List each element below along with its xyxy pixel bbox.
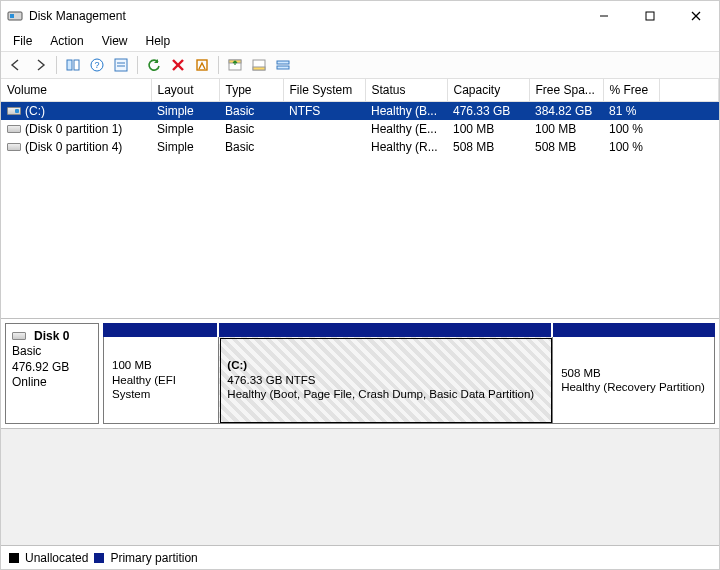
disk-icon (12, 332, 26, 340)
menu-view[interactable]: View (94, 32, 136, 50)
minimize-button[interactable] (581, 1, 627, 31)
partition-box[interactable]: 508 MBHealthy (Recovery Partition) (553, 337, 715, 424)
legend-primary: Primary partition (110, 551, 197, 565)
volume-status: Healthy (R... (371, 140, 438, 154)
partition-line1: 476.33 GB NTFS (227, 373, 544, 387)
bottom-list-button[interactable] (248, 54, 270, 76)
volume-name: (C:) (25, 104, 45, 118)
forward-button[interactable] (29, 54, 51, 76)
volume-type: Basic (225, 140, 254, 154)
table-header-row: Volume Layout Type File System Status Ca… (1, 79, 719, 101)
partition-line2: Healthy (EFI System (112, 373, 210, 402)
partition-line1: 100 MB (112, 358, 210, 372)
partition-box[interactable]: (C:)476.33 GB NTFSHealthy (Boot, Page Fi… (219, 337, 553, 424)
volume-layout: Simple (157, 122, 194, 136)
disk-size: 476.92 GB (12, 360, 92, 374)
partition-line2: Healthy (Boot, Page File, Crash Dump, Ba… (227, 387, 544, 401)
partition-stripe (103, 323, 715, 337)
volume-pct: 81 % (609, 104, 636, 118)
delete-button[interactable] (167, 54, 189, 76)
volume-capacity: 100 MB (453, 122, 494, 136)
drive-icon (7, 143, 21, 151)
partition-strip: 100 MBHealthy (EFI System(C:)476.33 GB N… (103, 323, 715, 424)
empty-area (1, 429, 719, 545)
svg-rect-19 (253, 67, 265, 70)
graphical-view-button[interactable] (272, 54, 294, 76)
volume-layout: Simple (157, 140, 194, 154)
col-pctfree[interactable]: % Free (603, 79, 659, 101)
legend-bar: Unallocated Primary partition (1, 545, 719, 569)
svg-rect-21 (277, 66, 289, 69)
volume-type: Basic (225, 122, 254, 136)
disk-state: Online (12, 375, 92, 389)
drive-icon (7, 107, 21, 115)
close-button[interactable] (673, 1, 719, 31)
legend-unallocated: Unallocated (25, 551, 88, 565)
partition-title: (C:) (227, 358, 544, 372)
disk-label: Disk 0 (34, 329, 69, 343)
volume-capacity: 476.33 GB (453, 104, 510, 118)
col-type[interactable]: Type (219, 79, 283, 101)
volume-layout: Simple (157, 104, 194, 118)
volume-status: Healthy (B... (371, 104, 437, 118)
svg-text:?: ? (94, 60, 99, 70)
legend-swatch-unallocated (9, 553, 19, 563)
volume-pct: 100 % (609, 122, 643, 136)
settings-button[interactable] (110, 54, 132, 76)
menu-action[interactable]: Action (42, 32, 91, 50)
disk-map-pane: Disk 0 Basic 476.92 GB Online 100 MBHeal… (1, 319, 719, 429)
table-row[interactable]: (Disk 0 partition 1)SimpleBasicHealthy (… (1, 120, 719, 138)
volume-free: 100 MB (535, 122, 576, 136)
svg-rect-7 (74, 60, 79, 70)
volume-name: (Disk 0 partition 1) (25, 122, 122, 136)
volume-table: Volume Layout Type File System Status Ca… (1, 79, 719, 156)
partition-line2: Healthy (Recovery Partition) (561, 380, 706, 394)
menubar: File Action View Help (1, 31, 719, 51)
volume-fs: NTFS (289, 104, 320, 118)
back-button[interactable] (5, 54, 27, 76)
partition-box[interactable]: 100 MBHealthy (EFI System (103, 337, 219, 424)
col-volume[interactable]: Volume (1, 79, 151, 101)
show-hide-console-button[interactable] (62, 54, 84, 76)
svg-rect-10 (115, 59, 127, 71)
legend-swatch-primary (94, 553, 104, 563)
properties-button[interactable] (191, 54, 213, 76)
svg-rect-6 (67, 60, 72, 70)
svg-rect-3 (646, 12, 654, 20)
svg-rect-20 (277, 61, 289, 64)
refresh-button[interactable] (143, 54, 165, 76)
col-freespace[interactable]: Free Spa... (529, 79, 603, 101)
maximize-button[interactable] (627, 1, 673, 31)
svg-rect-1 (10, 14, 14, 18)
volume-name: (Disk 0 partition 4) (25, 140, 122, 154)
volume-free: 508 MB (535, 140, 576, 154)
table-row[interactable]: (C:)SimpleBasicNTFSHealthy (B...476.33 G… (1, 101, 719, 120)
col-layout[interactable]: Layout (151, 79, 219, 101)
col-status[interactable]: Status (365, 79, 447, 101)
volume-free: 384.82 GB (535, 104, 592, 118)
col-capacity[interactable]: Capacity (447, 79, 529, 101)
disk-info-box[interactable]: Disk 0 Basic 476.92 GB Online (5, 323, 99, 424)
toolbar: ? (1, 51, 719, 79)
disk-type: Basic (12, 344, 92, 358)
col-spacer (659, 79, 719, 101)
main-area: Volume Layout Type File System Status Ca… (1, 79, 719, 545)
app-icon (7, 8, 23, 24)
volume-list-pane[interactable]: Volume Layout Type File System Status Ca… (1, 79, 719, 319)
drive-icon (7, 125, 21, 133)
volume-status: Healthy (E... (371, 122, 437, 136)
table-row[interactable]: (Disk 0 partition 4)SimpleBasicHealthy (… (1, 138, 719, 156)
volume-capacity: 508 MB (453, 140, 494, 154)
col-fs[interactable]: File System (283, 79, 365, 101)
top-list-button[interactable] (224, 54, 246, 76)
partition-line1: 508 MB (561, 366, 706, 380)
menu-file[interactable]: File (5, 32, 40, 50)
help-button[interactable]: ? (86, 54, 108, 76)
volume-pct: 100 % (609, 140, 643, 154)
menu-help[interactable]: Help (138, 32, 179, 50)
volume-type: Basic (225, 104, 254, 118)
window-title: Disk Management (29, 9, 126, 23)
titlebar: Disk Management (1, 1, 719, 31)
